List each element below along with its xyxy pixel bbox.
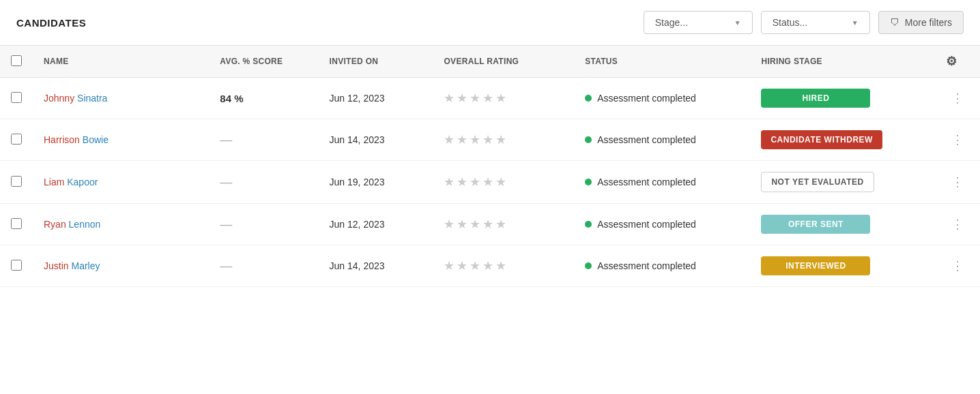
more-filters-button[interactable]: ⛉ More filters <box>878 11 964 34</box>
row-actions-cell: ⋮ <box>935 204 980 245</box>
hiring-stage-badge[interactable]: NOT YET EVALUATED <box>761 172 874 192</box>
candidate-name-cell: Liam Kapoor <box>33 161 209 204</box>
table-row: Ryan Lennon — Jun 12, 2023 ★ ★ ★ ★ ★ Ass… <box>0 204 980 245</box>
star-rating[interactable]: ★ ★ ★ ★ ★ <box>444 132 563 147</box>
select-all-checkbox[interactable] <box>11 55 22 66</box>
star-5: ★ <box>495 258 506 273</box>
star-rating[interactable]: ★ ★ ★ ★ ★ <box>444 217 563 232</box>
status-dot <box>585 136 592 143</box>
overall-rating-cell: ★ ★ ★ ★ ★ <box>433 161 574 204</box>
overall-rating-cell: ★ ★ ★ ★ ★ <box>433 119 574 161</box>
more-options-icon[interactable]: ⋮ <box>946 256 969 275</box>
status-dot <box>585 179 592 185</box>
status-text: Assessment completed <box>597 93 696 104</box>
invited-on-cell: Jun 12, 2023 <box>319 204 433 245</box>
more-options-icon[interactable]: ⋮ <box>946 215 969 234</box>
star-4: ★ <box>482 132 493 147</box>
candidate-name[interactable]: Justin Marley <box>44 260 100 271</box>
candidate-name-cell: Justin Marley <box>33 245 209 287</box>
star-5: ★ <box>495 217 506 232</box>
status-dot <box>585 221 592 228</box>
row-checkbox-2[interactable] <box>11 176 22 187</box>
status-cell: Assessment completed <box>574 119 750 161</box>
hiring-stage-badge[interactable]: HIRED <box>761 89 870 108</box>
candidate-name-cell: Ryan Lennon <box>33 204 209 245</box>
star-4: ★ <box>482 258 493 273</box>
more-options-icon[interactable]: ⋮ <box>946 130 969 149</box>
hiring-stage-badge[interactable]: CANDIDATE WITHDREW <box>761 130 882 149</box>
col-header-overall-rating: OVERALL RATING <box>444 57 519 66</box>
table-row: Johnny Sinatra 84 % Jun 12, 2023 ★ ★ ★ ★… <box>0 78 980 119</box>
star-1: ★ <box>444 132 455 147</box>
status-filter-label: Status... <box>773 17 807 28</box>
hiring-stage-cell: HIRED <box>750 78 935 119</box>
invited-on-cell: Jun 19, 2023 <box>319 161 433 204</box>
star-2: ★ <box>457 132 467 147</box>
invited-date: Jun 14, 2023 <box>330 134 385 145</box>
funnel-icon: ⛉ <box>890 17 899 28</box>
more-options-icon[interactable]: ⋮ <box>946 89 969 108</box>
star-2: ★ <box>457 258 467 273</box>
invited-date: Jun 14, 2023 <box>330 260 385 271</box>
avg-score-cell: — <box>209 119 318 161</box>
status-dot <box>585 262 592 269</box>
score-dash: — <box>220 133 232 147</box>
row-actions-cell: ⋮ <box>935 78 980 119</box>
status-cell: Assessment completed <box>574 78 750 119</box>
star-3: ★ <box>470 217 480 232</box>
status-text: Assessment completed <box>597 134 696 145</box>
page-title: CANDIDATES <box>16 17 635 29</box>
score-dash: — <box>220 217 232 231</box>
star-1: ★ <box>444 91 455 106</box>
status-text: Assessment completed <box>597 219 696 230</box>
table-row: Justin Marley — Jun 14, 2023 ★ ★ ★ ★ ★ A… <box>0 245 980 287</box>
overall-rating-cell: ★ ★ ★ ★ ★ <box>433 245 574 287</box>
col-header-name: NAME <box>44 57 69 66</box>
status-cell: Assessment completed <box>574 245 750 287</box>
stage-chevron-icon: ▼ <box>734 19 741 27</box>
star-3: ★ <box>470 132 480 147</box>
status-chevron-icon: ▼ <box>852 19 859 27</box>
status-dot <box>585 95 592 102</box>
table-row: Harrison Bowie — Jun 14, 2023 ★ ★ ★ ★ ★ … <box>0 119 980 161</box>
star-2: ★ <box>457 91 467 106</box>
hiring-stage-badge[interactable]: OFFER SENT <box>761 215 870 234</box>
star-rating[interactable]: ★ ★ ★ ★ ★ <box>444 258 563 273</box>
table-row: Liam Kapoor — Jun 19, 2023 ★ ★ ★ ★ ★ Ass… <box>0 161 980 204</box>
score-value: 84 % <box>220 93 243 104</box>
candidate-name-cell: Johnny Sinatra <box>33 78 209 119</box>
row-checkbox-3[interactable] <box>11 218 22 229</box>
row-checkbox-4[interactable] <box>11 260 22 271</box>
candidate-name[interactable]: Johnny Sinatra <box>44 93 107 104</box>
star-2: ★ <box>457 175 467 190</box>
col-header-avg-score: AVG. % SCORE <box>220 57 283 66</box>
stage-filter-label: Stage... <box>655 17 688 28</box>
hiring-stage-cell: INTERVIEWED <box>750 245 935 287</box>
more-options-icon[interactable]: ⋮ <box>946 172 969 192</box>
stage-filter-dropdown[interactable]: Stage... ▼ <box>644 11 753 34</box>
row-actions-cell: ⋮ <box>935 119 980 161</box>
avg-score-cell: — <box>209 161 318 204</box>
row-actions-cell: ⋮ <box>935 245 980 287</box>
candidate-name[interactable]: Ryan Lennon <box>44 219 100 230</box>
star-3: ★ <box>470 175 480 190</box>
star-rating[interactable]: ★ ★ ★ ★ ★ <box>444 175 563 190</box>
star-2: ★ <box>457 217 467 232</box>
settings-icon[interactable]: ⚙ <box>946 55 957 68</box>
candidate-name[interactable]: Liam Kapoor <box>44 177 98 187</box>
status-filter-dropdown[interactable]: Status... ▼ <box>761 11 870 34</box>
avg-score-cell: — <box>209 245 318 287</box>
row-checkbox-cell <box>0 161 33 204</box>
row-checkbox-0[interactable] <box>11 92 22 103</box>
star-rating[interactable]: ★ ★ ★ ★ ★ <box>444 91 563 106</box>
candidate-name[interactable]: Harrison Bowie <box>44 134 109 145</box>
hiring-stage-badge[interactable]: INTERVIEWED <box>761 256 870 275</box>
row-checkbox-1[interactable] <box>11 134 22 145</box>
candidate-name-cell: Harrison Bowie <box>33 119 209 161</box>
hiring-stage-cell: NOT YET EVALUATED <box>750 161 935 204</box>
star-1: ★ <box>444 258 455 273</box>
overall-rating-cell: ★ ★ ★ ★ ★ <box>433 204 574 245</box>
row-actions-cell: ⋮ <box>935 161 980 204</box>
star-3: ★ <box>470 91 480 106</box>
status-text: Assessment completed <box>597 177 696 187</box>
